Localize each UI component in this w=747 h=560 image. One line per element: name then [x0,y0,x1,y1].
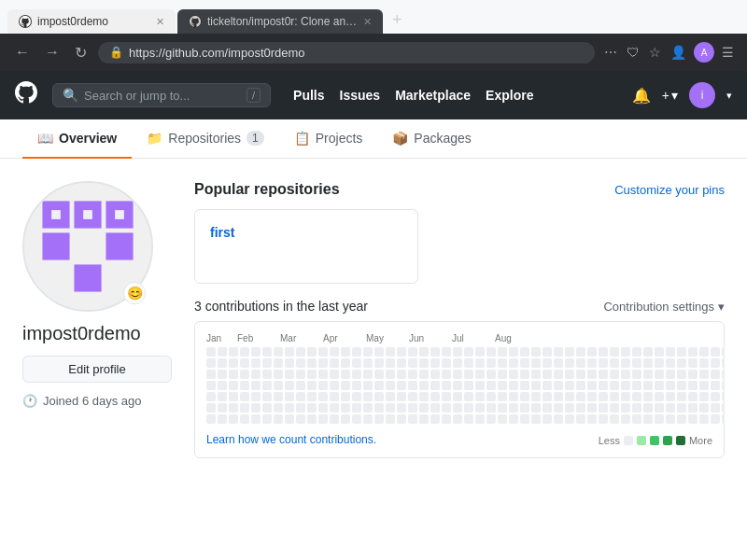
graph-cell [643,381,653,390]
graph-week [442,347,451,424]
github-logo[interactable] [15,81,37,109]
tab-favicon-github2 [189,15,202,28]
graph-cell [442,403,451,413]
graph-cell [688,347,698,357]
graph-cell [498,392,507,401]
tab-repositories[interactable]: 📁 Repositories 1 [132,119,279,159]
graph-cell [430,392,440,401]
graph-cell [274,370,283,379]
graph-cell [341,381,350,390]
graph-cell [486,358,496,368]
graph-cell [475,358,485,368]
browser-avatar[interactable]: A [694,42,714,63]
bookmark-icon[interactable]: ☆ [647,43,663,62]
new-tab-button[interactable]: + [385,7,410,34]
graph-cell [554,403,563,413]
graph-cell [285,370,294,379]
graph-cell [475,414,485,424]
graph-cell [711,370,720,379]
graph-cell [397,347,406,357]
forward-button[interactable]: → [41,42,63,63]
graph-cell [509,358,518,368]
menu-icon[interactable]: ☰ [720,43,736,62]
learn-contributions-link[interactable]: Learn how we count contributions. [206,433,376,446]
graph-cell [274,403,283,413]
search-input[interactable] [84,89,241,103]
tab-inactive[interactable]: tickelton/impost0r: Clone anot… ✕ [177,9,383,34]
graph-cell [554,381,563,390]
legend-cell-4 [676,436,685,445]
edit-profile-button[interactable]: Edit profile [22,356,172,383]
notification-bell[interactable]: 🔔 [632,87,651,105]
customize-pins-link[interactable]: Customize your pins [614,183,725,197]
book-icon: 📖 [37,131,53,146]
shield-icon[interactable]: 🛡 [625,43,641,62]
nav-pulls[interactable]: Pulls [293,88,324,103]
main-area: Popular repositories Customize your pins… [194,181,725,538]
graph-cell [688,381,698,390]
graph-cell [599,347,608,357]
tab-overview-label: Overview [59,131,117,146]
tab-overview[interactable]: 📖 Overview [22,119,132,159]
graph-cell [274,358,283,368]
extensions-icon[interactable]: ⋯ [602,43,619,62]
contribution-settings-button[interactable]: Contribution settings ▾ [603,300,725,314]
nav-explore[interactable]: Explore [486,88,533,103]
emoji-button[interactable]: 😊 [123,282,146,304]
graph-cell [599,403,608,413]
graph-week [218,347,227,424]
tab-label-inactive: tickelton/impost0r: Clone anot… [207,15,358,28]
graph-cell [206,370,216,379]
repo-card-name[interactable]: first [210,225,234,240]
graph-cell [666,381,675,390]
graph-cell [285,392,294,401]
avatar-chevron[interactable]: ▾ [726,90,732,102]
tab-projects[interactable]: 📋 Projects [279,119,378,159]
search-box[interactable]: 🔍 / [52,83,271,107]
graph-cell [475,347,485,357]
tab-close-inactive[interactable]: ✕ [363,16,372,28]
user-avatar-nav[interactable]: i [689,82,715,108]
graph-cell [341,358,350,368]
graph-cell [430,347,440,357]
graph-cell [655,392,664,401]
graph-cell [621,392,630,401]
graph-cell [218,403,227,413]
profile-icon[interactable]: 👤 [669,43,688,62]
graph-cell [307,370,317,379]
graph-cell [419,347,429,357]
graph-cell [520,414,529,424]
graph-cell [296,381,305,390]
graph-cell [699,370,709,379]
reload-button[interactable]: ↻ [71,42,91,63]
month-jun: Jun [409,333,452,343]
graph-cell [543,403,552,413]
graph-cell [363,403,373,413]
graph-cell [262,370,272,379]
graph-cell [599,358,608,368]
graph-week [464,347,473,424]
tab-close-active[interactable]: ✕ [156,16,164,28]
graph-week [699,347,709,424]
nav-issues[interactable]: Issues [340,88,381,103]
tab-active[interactable]: impost0rdemo ✕ [7,9,176,34]
graph-cell [274,381,283,390]
graph-cell [576,403,585,413]
graph-cell [218,358,227,368]
graph-cell [240,370,249,379]
back-button[interactable]: ← [11,42,34,63]
graph-week [206,347,216,424]
svg-rect-4 [42,232,69,259]
graph-cell [610,358,619,368]
url-box[interactable]: 🔒 https://github.com/impost0rdemo [98,42,595,63]
graph-week [352,347,361,424]
month-mar: Mar [280,333,323,343]
graph-cell [397,381,406,390]
tab-packages[interactable]: 📦 Packages [377,119,486,159]
nav-marketplace[interactable]: Marketplace [395,88,471,103]
month-aug: Aug [495,333,538,343]
graph-cell [498,347,507,357]
create-menu[interactable]: + ▾ [662,88,678,103]
graph-cell [643,370,653,379]
graph-week [296,347,305,424]
